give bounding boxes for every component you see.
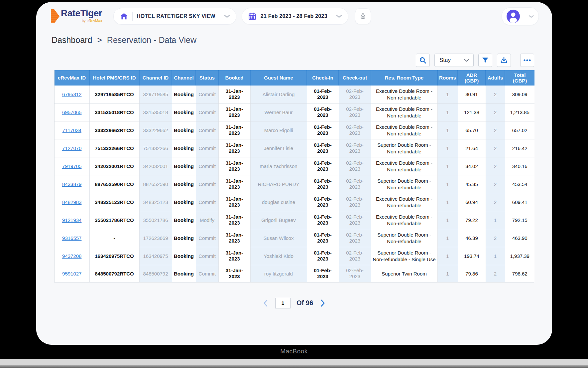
cell-erevmax-id: 9437208 [55, 247, 89, 265]
previous-page-button[interactable] [262, 299, 269, 307]
reservation-id-link[interactable]: 7117034 [62, 127, 81, 133]
cell-guest-name: maria zachrisson [250, 157, 307, 175]
reservation-id-link[interactable]: 7127070 [62, 145, 81, 151]
pagination: Of 96 [36, 298, 552, 308]
column-header-adults: Adults [486, 70, 505, 86]
cell-erevmax-id: 7127070 [55, 139, 89, 157]
macbook-base-edge [0, 365, 588, 368]
flame-button[interactable] [355, 8, 371, 24]
table-row: 7117034333229662RTCO333229662BookingComm… [55, 121, 534, 139]
download-button[interactable] [497, 54, 511, 67]
cell-adr-gbp: 60.94 [458, 193, 486, 211]
table-header-row: eRevMax IDHotel PMS/CRS IDChannel IDChan… [55, 70, 534, 86]
cell-hotel-pms-crs-id: 331535018RTCO [89, 103, 139, 121]
reservation-id-link[interactable]: 9316557 [62, 235, 81, 241]
cell-res-room-type: Executive Double Room - Non-refundable [371, 211, 437, 229]
cell-adr-gbp: 46.39 [458, 229, 486, 247]
breadcrumb: Dashboard > Reservation - Data View [52, 35, 552, 45]
reservation-id-link[interactable]: 8482983 [62, 199, 81, 205]
column-header-erevmax-id: eRevMax ID [55, 70, 89, 86]
cell-check-in: 01-Feb-2023 [307, 211, 339, 229]
cell-channel: Booking [172, 86, 196, 103]
reservation-id-link[interactable]: 9591027 [62, 271, 81, 276]
cell-hotel-pms-crs-id: 348325123RTCO [89, 193, 139, 211]
cell-adults: 2 [486, 103, 505, 121]
cell-status: Commit [196, 139, 218, 157]
cell-total-gbp: 657.02 [505, 121, 534, 139]
cell-erevmax-id: 9121934 [55, 211, 89, 229]
cell-guest-name: Yoshiaki Kido [250, 247, 307, 265]
cell-booked: 31-Jan-2023 [218, 193, 250, 211]
cell-channel: Booking [172, 139, 196, 157]
page-number-input[interactable] [275, 298, 291, 308]
stay-select[interactable]: Stay [434, 54, 474, 67]
macbook-label: MacBook [0, 348, 588, 355]
reservation-id-link[interactable]: 6795312 [62, 92, 81, 97]
cell-status: Commit [196, 247, 218, 265]
user-menu[interactable] [502, 7, 539, 25]
cell-adr-gbp: 121.38 [458, 103, 486, 121]
cell-rooms: 1 [437, 103, 458, 121]
column-header-res-room-type: Res. Room Type [371, 70, 437, 86]
macbook-base [0, 359, 588, 365]
breadcrumb-dashboard[interactable]: Dashboard [52, 35, 92, 45]
cell-channel-id: 751332266 [139, 139, 172, 157]
breadcrumb-separator: > [97, 35, 102, 45]
cell-check-out: 02-Feb-2023 [339, 229, 371, 247]
cell-adults: 1 [486, 247, 505, 265]
cell-booked: 31-Jan-2023 [218, 86, 250, 103]
cell-status: Commit [196, 265, 218, 282]
cell-res-room-type: Superior Double Room - Non-refundable [371, 229, 437, 247]
search-button[interactable] [416, 54, 430, 67]
cell-rooms: 1 [437, 211, 458, 229]
table-toolbar: Stay [54, 54, 534, 67]
cell-adults: 2 [486, 229, 505, 247]
cell-status: Commit [196, 103, 218, 121]
cell-total-gbp: 798.62 [505, 265, 534, 282]
cell-erevmax-id: 6957065 [55, 103, 89, 121]
cell-channel: Booking [172, 103, 196, 121]
cell-check-out: 02-Feb-2023 [339, 247, 371, 265]
cell-adults: 2 [486, 193, 505, 211]
cell-channel-id: 342032001 [139, 157, 172, 175]
cell-guest-name: Susan Wilcox [250, 229, 307, 247]
more-options-button[interactable] [520, 54, 534, 67]
cell-res-room-type: Executive Double Room - Non-refundable [371, 157, 437, 175]
next-page-button[interactable] [319, 299, 326, 307]
cell-res-room-type: Superior Twin Room [371, 265, 437, 282]
cell-channel-id: 848500792 [139, 265, 172, 282]
column-header-check-out: Check-out [339, 70, 371, 86]
table-row: 7127070751332266RTCO751332266BookingComm… [55, 139, 534, 157]
reservation-id-link[interactable]: 9437208 [62, 253, 81, 259]
cell-check-out: 02-Feb-2023 [339, 139, 371, 157]
cell-channel-id: 163420975 [139, 247, 172, 265]
cell-hotel-pms-crs-id: 355021786RTCO [89, 211, 139, 229]
reservation-id-link[interactable]: 9121934 [62, 217, 81, 223]
cell-rooms: 1 [437, 265, 458, 282]
ellipsis-icon [523, 56, 531, 64]
cell-adr-gbp: 45.35 [458, 175, 486, 193]
cell-hotel-pms-crs-id: 887652590RTCO [89, 175, 139, 193]
filter-button[interactable] [478, 54, 492, 67]
cell-channel-id: 329719585 [139, 86, 172, 103]
cell-booked: 31-Jan-2023 [218, 247, 250, 265]
cell-booked: 31-Jan-2023 [218, 211, 250, 229]
reservation-id-link[interactable]: 7919705 [62, 163, 81, 169]
date-range-picker[interactable]: 21 Feb 2023 - 28 Feb 2023 [242, 8, 348, 25]
cell-booked: 31-Jan-2023 [218, 157, 250, 175]
cell-guest-name: Marco Rigolli [250, 121, 307, 139]
cell-check-out: 02-Feb-2023 [339, 211, 371, 229]
cell-status: Commit [196, 193, 218, 211]
cell-check-in: 01-Feb-2023 [307, 229, 339, 247]
cell-total-gbp: 216.42 [505, 139, 534, 157]
hotel-selector[interactable]: HOTEL RATETIGER SKY VIEW [113, 8, 236, 25]
stay-select-value: Stay [439, 57, 451, 64]
reservation-id-link[interactable]: 6957065 [62, 109, 81, 115]
cell-channel: Booking [172, 157, 196, 175]
cell-guest-name: roy fitzgerald [250, 265, 307, 282]
reservation-id-link[interactable]: 8433879 [62, 181, 81, 187]
cell-adr-gbp: 79.22 [458, 211, 486, 229]
column-header-check-in: Check-In [307, 70, 339, 86]
cell-status: Commit [196, 157, 218, 175]
cell-erevmax-id: 7117034 [55, 121, 89, 139]
